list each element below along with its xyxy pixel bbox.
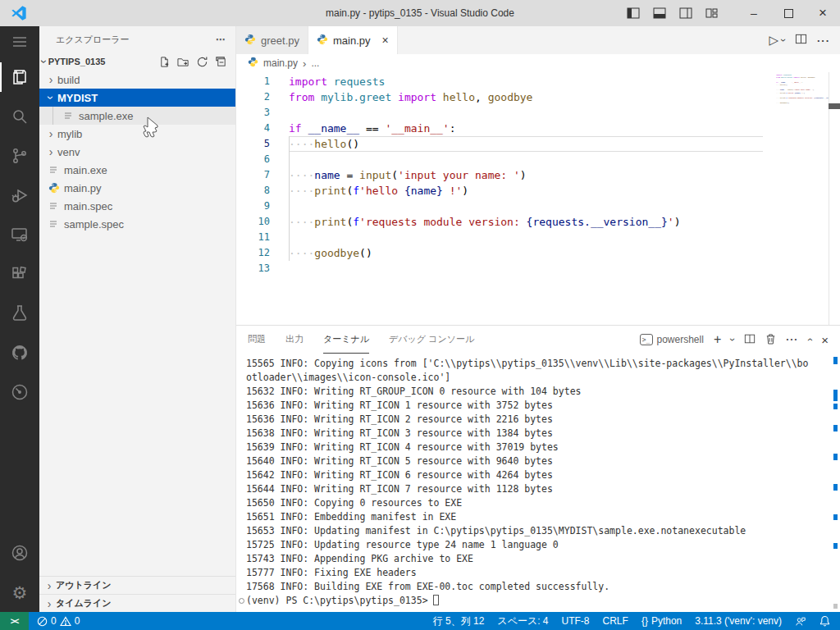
new-terminal-icon[interactable]: +	[714, 332, 721, 347]
breadcrumb-file[interactable]: main.py	[263, 57, 298, 69]
source-control-icon[interactable]	[0, 136, 39, 176]
sidebar-section-タイムライン[interactable]: ›タイムライン	[39, 594, 235, 612]
line-number: 13	[236, 261, 289, 276]
minimize-button[interactable]: –	[737, 0, 771, 26]
breadcrumb[interactable]: main.py › ...	[236, 54, 840, 72]
tab-close-icon[interactable]: ×	[382, 34, 389, 47]
tree-item-MYDIST[interactable]: ›MYDIST	[39, 89, 235, 107]
workspace-name: PYTIPS_0135	[48, 57, 106, 66]
tree-item-main.spec[interactable]: main.spec	[39, 197, 235, 215]
tab-label: greet.py	[261, 34, 299, 47]
code-line	[289, 230, 840, 245]
run-debug-icon[interactable]	[0, 176, 39, 215]
new-file-icon[interactable]	[158, 56, 171, 68]
file-icon	[62, 111, 75, 121]
tree-item-label: main.spec	[64, 200, 112, 212]
run-dropdown-icon[interactable]: ›	[778, 39, 789, 42]
python-interpreter-status[interactable]: 3.11.3 ('venv': venv)	[695, 615, 782, 627]
language-status[interactable]: {}Python	[641, 615, 682, 627]
encoding-status[interactable]: UTF-8	[562, 615, 590, 627]
panel-tab-ターミナル[interactable]: ターミナル	[323, 326, 369, 354]
customize-layout-icon[interactable]	[705, 7, 719, 20]
remote-indicator[interactable]: ><	[0, 612, 29, 630]
split-terminal-icon[interactable]	[744, 333, 756, 347]
breadcrumb-more[interactable]: ...	[311, 57, 319, 69]
terminal-scrollbar-mark	[833, 390, 838, 401]
test-beaker-icon[interactable]	[0, 294, 39, 333]
panel-tab-出力[interactable]: 出力	[285, 326, 304, 354]
code-line: from mylib.greet import hello, goodbye	[289, 89, 840, 105]
code-line	[289, 261, 840, 276]
github-icon[interactable]	[0, 333, 39, 372]
sidebar-more-icon[interactable]: ⋯	[216, 34, 226, 45]
panel-tab-デバッグ コンソール[interactable]: デバッグ コンソール	[389, 326, 474, 354]
terminal-line: 15743 INFO: Appending PKG archive to EXE	[246, 552, 825, 566]
tab-label: main.py	[333, 34, 371, 47]
new-folder-icon[interactable]	[177, 56, 189, 68]
menu-icon[interactable]	[0, 26, 39, 57]
tree-item-label: MYDIST	[57, 92, 98, 104]
tree-item-venv[interactable]: ›venv	[39, 143, 235, 161]
explorer-sidebar: エクスプローラー ⋯ › PYTIPS_0135 ›build›MYDISTsa…	[39, 26, 236, 612]
terminal-dropdown-icon[interactable]: ›	[727, 338, 738, 341]
braces-icon: {}	[641, 615, 648, 627]
maximize-panel-icon[interactable]: ›	[804, 338, 815, 341]
refresh-icon[interactable]	[196, 56, 208, 68]
minimap[interactable]: import requestsfrom mylib.greet import h…	[776, 74, 829, 123]
line-number: 1	[236, 74, 289, 89]
split-editor-icon[interactable]	[795, 33, 807, 48]
collapse-all-icon[interactable]	[215, 56, 227, 68]
tree-item-mylib[interactable]: ›mylib	[39, 125, 235, 143]
scrollbar-thumb[interactable]	[829, 103, 840, 109]
remote-icon: ><	[11, 617, 19, 626]
line-number: 3	[236, 105, 289, 121]
tree-item-sample.spec[interactable]: sample.spec	[39, 215, 235, 233]
gauge-icon[interactable]	[0, 372, 39, 412]
feedback-icon[interactable]	[795, 616, 806, 627]
terminal[interactable]: 15565 INFO: Copying icons from ['C:\\pyt…	[236, 354, 840, 612]
command-decoration-icon[interactable]	[239, 598, 244, 604]
file-icon	[48, 201, 60, 211]
tree-item-main.py[interactable]: main.py	[39, 179, 235, 197]
editor-more-icon[interactable]: ···	[817, 34, 830, 47]
chevron-right-icon: ›	[44, 128, 57, 140]
problems-status[interactable]: 0 0	[37, 615, 80, 627]
terminal-scrollbar-mark	[833, 484, 838, 491]
tree-item-build[interactable]: ›build	[39, 71, 235, 89]
toggle-secondary-sidebar-icon[interactable]	[679, 7, 692, 20]
panel-tab-問題[interactable]: 問題	[248, 326, 266, 354]
tree-item-main.exe[interactable]: main.exe	[39, 161, 235, 179]
kill-terminal-icon[interactable]	[765, 333, 776, 347]
notifications-bell-icon[interactable]	[819, 615, 830, 627]
line-number: 4	[236, 121, 289, 136]
remote-explorer-icon[interactable]	[0, 215, 39, 254]
toggle-panel-icon[interactable]	[653, 7, 666, 20]
tree-item-label: sample.spec	[64, 218, 124, 231]
shell-selector[interactable]: >_powershell	[640, 334, 704, 345]
tab-greet-py[interactable]: greet.py	[236, 26, 308, 54]
settings-gear-icon[interactable]: ⚙	[0, 573, 39, 612]
toggle-sidebar-icon[interactable]	[627, 7, 640, 20]
close-button[interactable]: ×	[806, 0, 840, 26]
eol-status[interactable]: CRLF	[603, 615, 628, 627]
terminal-scrollbar-mark	[833, 425, 838, 431]
editor-scrollbar[interactable]	[829, 72, 840, 325]
line-number: 7	[236, 167, 289, 183]
maximize-button[interactable]	[771, 0, 806, 26]
close-panel-icon[interactable]: ×	[821, 333, 829, 347]
tab-main-py[interactable]: main.py ×	[308, 26, 398, 54]
workspace-section-header[interactable]: › PYTIPS_0135	[39, 52, 235, 71]
terminal-scrollbar-mark	[833, 454, 838, 460]
indentation-status[interactable]: スペース: 4	[497, 614, 548, 628]
extensions-icon[interactable]	[0, 254, 39, 294]
code-editor[interactable]: 12345678910111213 import requestsfrom my…	[236, 72, 840, 325]
code-line: ····print(f'hello {name} !')	[289, 183, 840, 199]
cursor-position-status[interactable]: 行 5、列 12	[433, 614, 485, 628]
terminal-prompt[interactable]: (venv) PS C:\pytips\pytips_0135>	[246, 594, 825, 608]
sidebar-section-アウトライン[interactable]: ›アウトライン	[39, 576, 235, 594]
account-icon[interactable]	[0, 533, 39, 573]
panel-more-icon[interactable]: ···	[786, 334, 798, 345]
tree-item-sample.exe[interactable]: sample.exe	[39, 107, 235, 125]
explorer-icon[interactable]	[0, 57, 39, 97]
search-icon[interactable]	[0, 97, 39, 136]
